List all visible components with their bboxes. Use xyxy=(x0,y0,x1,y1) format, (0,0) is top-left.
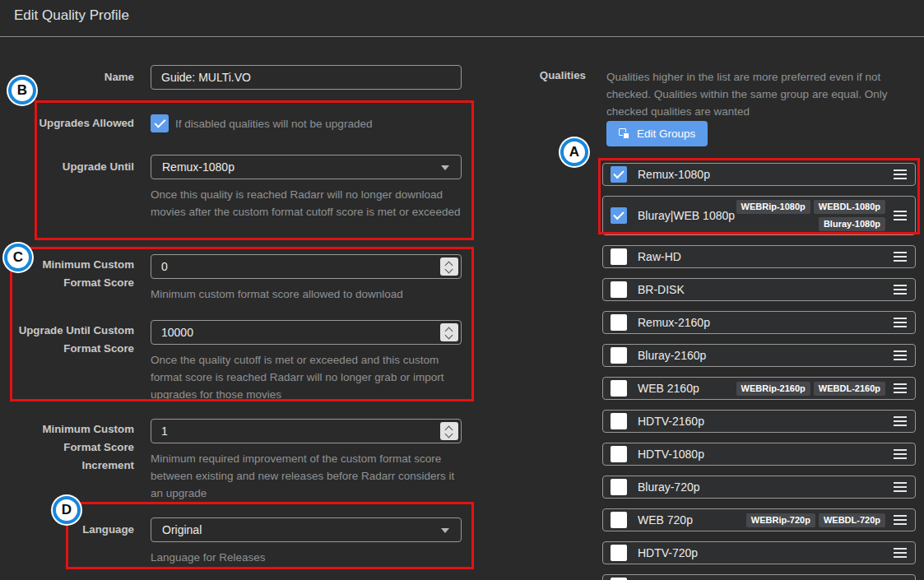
label-line: Minimum Custom xyxy=(0,420,134,438)
upgrade-until-score-label: Upgrade Until Custom Format Score xyxy=(0,322,134,358)
drag-handle-icon[interactable] xyxy=(894,350,907,360)
quality-name: HDTV-2160p xyxy=(638,415,704,428)
label-line: Increment xyxy=(0,457,134,475)
drag-handle-icon[interactable] xyxy=(894,211,907,220)
clone-icon xyxy=(619,128,629,139)
quality-row: HDTV-720p xyxy=(602,541,916,564)
quality-badge: WEBDL-720p xyxy=(819,513,885,527)
quality-row: HDTV-2160p xyxy=(602,410,916,433)
language-value: Original xyxy=(162,523,202,536)
quality-row: Bluray-576p xyxy=(602,574,916,580)
upgrade-until-value: Remux-1080p xyxy=(162,160,234,174)
quality-name: HDTV-720p xyxy=(638,546,698,559)
drag-handle-icon[interactable] xyxy=(894,416,907,426)
quality-row: BR-DISK xyxy=(602,278,916,301)
quality-checkbox[interactable] xyxy=(611,380,627,397)
drag-handle-icon[interactable] xyxy=(894,169,907,179)
quality-checkbox[interactable] xyxy=(611,479,627,495)
quality-name: Remux-1080p xyxy=(638,168,710,181)
drag-handle-icon[interactable] xyxy=(894,318,907,327)
quality-badges: WEBRip-1080pWEBDL-1080pBluray-1080p xyxy=(735,197,885,234)
quality-name: Raw-HD xyxy=(638,250,681,263)
quality-checkbox[interactable] xyxy=(611,413,627,429)
edit-groups-button[interactable]: Edit Groups xyxy=(606,121,708,146)
quality-checkbox[interactable] xyxy=(611,512,627,528)
drag-handle-icon[interactable] xyxy=(894,252,907,262)
quality-name: HDTV-1080p xyxy=(638,448,704,461)
quality-name: Bluray-2160p xyxy=(638,349,706,362)
quality-list: Remux-1080p Bluray|WEB 1080p WEBRip-1080… xyxy=(602,163,916,580)
language-help: Language for Releases xyxy=(151,549,462,566)
label-line: Format Score xyxy=(0,438,134,457)
quality-name: BR-DISK xyxy=(638,283,685,296)
min-increment-label: Minimum Custom Format Score Increment xyxy=(0,420,134,475)
qualities-description: Qualities higher in the list are more pr… xyxy=(606,68,901,120)
quality-row: Remux-2160p xyxy=(602,311,916,334)
quality-row: Bluray-2160p xyxy=(602,344,916,367)
quality-name: WEB 720p xyxy=(638,513,693,527)
quality-row: HDTV-1080p xyxy=(602,443,916,466)
upgrade-until-select[interactable]: Remux-1080p xyxy=(151,155,462,179)
label-line: Format Score xyxy=(0,274,134,292)
upgrade-until-label: Upgrade Until xyxy=(0,158,134,176)
qualities-label: Qualities xyxy=(510,69,586,81)
quality-name: Bluray|WEB 1080p xyxy=(638,209,735,222)
quality-badge: WEBRip-1080p xyxy=(736,200,810,214)
quality-badge: WEBDL-2160p xyxy=(814,382,885,396)
annotation-badge-c: C xyxy=(4,244,32,271)
quality-badge: WEBRip-720p xyxy=(746,513,815,527)
label-line: Format Score xyxy=(0,340,134,358)
upgrades-allowed-help: If disabled qualities will not be upgrad… xyxy=(175,115,471,132)
annotation-badge-d: D xyxy=(53,496,81,524)
drag-handle-icon[interactable] xyxy=(894,449,907,459)
label-line: Upgrade Until Custom xyxy=(0,322,134,340)
drag-handle-icon[interactable] xyxy=(894,482,907,492)
min-increment-help: Minimum required improvement of the cust… xyxy=(151,450,462,502)
page-title: Edit Quality Profile xyxy=(14,7,129,24)
drag-handle-icon[interactable] xyxy=(894,285,907,295)
quality-badges: WEBRip-2160pWEBDL-2160p xyxy=(736,378,885,399)
quality-name: Bluray-720p xyxy=(638,480,700,494)
min-format-score-help: Minimum custom format score allowed to d… xyxy=(151,285,462,303)
number-stepper-icon[interactable] xyxy=(440,323,458,341)
edit-groups-label: Edit Groups xyxy=(637,128,695,140)
min-increment-input[interactable] xyxy=(151,419,462,443)
min-format-score-input[interactable] xyxy=(151,254,462,279)
quality-row: Bluray-720p xyxy=(602,476,916,499)
quality-row: Raw-HD xyxy=(602,245,916,268)
quality-row: Bluray|WEB 1080p WEBRip-1080pWEBDL-1080p… xyxy=(602,196,916,235)
quality-checkbox[interactable] xyxy=(611,446,627,462)
upgrade-until-score-input[interactable] xyxy=(151,320,462,345)
quality-name: WEB 2160p xyxy=(638,382,699,395)
quality-badge: WEBDL-1080p xyxy=(814,200,885,214)
upgrades-allowed-label: Upgrades Allowed xyxy=(0,114,134,132)
quality-checkbox[interactable] xyxy=(611,314,627,331)
quality-checkbox[interactable] xyxy=(611,248,627,265)
quality-checkbox[interactable] xyxy=(611,166,627,183)
chevron-down-icon xyxy=(441,165,449,170)
quality-row: Remux-1080p xyxy=(602,163,916,186)
quality-checkbox[interactable] xyxy=(611,545,627,561)
chevron-down-icon xyxy=(441,528,449,533)
drag-handle-icon[interactable] xyxy=(894,383,907,393)
upgrade-until-help: Once this quality is reached Radarr will… xyxy=(151,186,462,220)
quality-row: WEB 720p WEBRip-720pWEBDL-720p xyxy=(602,508,916,531)
modal-header: Edit Quality Profile xyxy=(0,0,924,37)
number-stepper-icon[interactable] xyxy=(440,258,458,276)
quality-row: WEB 2160p WEBRip-2160pWEBDL-2160p xyxy=(602,377,916,400)
quality-badge: WEBRip-2160p xyxy=(736,382,810,396)
annotation-badge-a: A xyxy=(560,138,588,166)
upgrades-allowed-checkbox[interactable] xyxy=(151,114,169,132)
quality-name: Remux-2160p xyxy=(638,316,710,329)
quality-checkbox[interactable] xyxy=(611,281,627,298)
drag-handle-icon[interactable] xyxy=(894,548,907,558)
quality-checkbox[interactable] xyxy=(611,347,627,364)
quality-badge: Bluray-1080p xyxy=(819,217,885,231)
drag-handle-icon[interactable] xyxy=(894,515,907,525)
number-stepper-icon[interactable] xyxy=(440,422,458,440)
quality-badges: WEBRip-720pWEBDL-720p xyxy=(746,510,885,531)
language-select[interactable]: Original xyxy=(151,517,462,542)
annotation-badge-b: B xyxy=(8,77,36,104)
name-input[interactable] xyxy=(151,65,462,90)
quality-checkbox[interactable] xyxy=(611,207,627,224)
